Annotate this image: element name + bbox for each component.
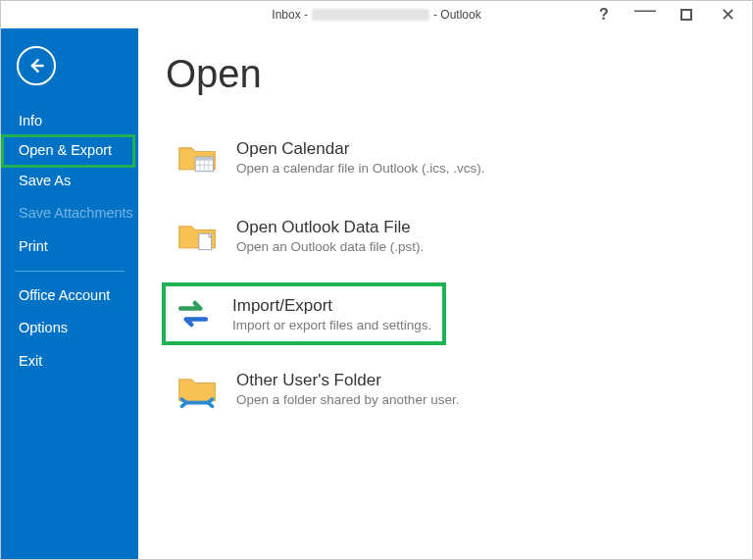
option-title: Open Calendar <box>236 139 485 159</box>
back-button[interactable] <box>17 46 56 85</box>
shared-folder-icon <box>176 367 219 410</box>
option-other-user-folder[interactable]: Other User's Folder Open a folder shared… <box>166 357 577 420</box>
option-title: Import/Export <box>232 296 431 316</box>
option-desc: Open a calendar file in Outlook (.ics, .… <box>236 161 485 176</box>
option-desc: Open an Outlook data file (.pst). <box>236 239 424 254</box>
sidebar-item-save-as[interactable]: Save As <box>1 165 138 197</box>
option-desc: Open a folder shared by another user. <box>236 392 459 407</box>
sidebar-item-save-attachments: Save Attachments <box>1 197 138 229</box>
arrow-left-icon <box>26 56 46 76</box>
maximize-button[interactable] <box>666 1 707 28</box>
calendar-folder-icon <box>176 135 219 178</box>
svg-rect-1 <box>195 157 213 161</box>
option-text: Import/Export Import or export files and… <box>232 296 431 332</box>
help-button[interactable]: ? <box>583 1 625 28</box>
option-text: Open Outlook Data File Open an Outlook d… <box>236 218 424 254</box>
sidebar-item-open-export[interactable]: Open & Export <box>1 134 135 167</box>
option-title: Other User's Folder <box>236 371 459 390</box>
window-title: Inbox - - Outlook <box>272 8 480 22</box>
option-text: Open Calendar Open a calendar file in Ou… <box>236 139 485 176</box>
window-controls: ? — ✕ <box>583 1 748 28</box>
option-desc: Import or export files and settings. <box>232 318 431 332</box>
sidebar-item-office-account[interactable]: Office Account <box>1 280 138 312</box>
sidebar-item-print[interactable]: Print <box>1 230 138 263</box>
outlook-file-backstage: Inbox - - Outlook ? — ✕ Info Open & Expo… <box>0 0 753 560</box>
title-bar: Inbox - - Outlook ? — ✕ <box>1 1 752 28</box>
sidebar-item-exit[interactable]: Exit <box>1 345 138 378</box>
option-title: Open Outlook Data File <box>236 218 424 237</box>
sidebar-item-info[interactable]: Info <box>1 105 138 137</box>
main-panel: Open Open Calendar <box>138 28 752 559</box>
import-export-icon <box>172 292 215 335</box>
option-open-calendar[interactable]: Open Calendar Open a calendar file in Ou… <box>166 126 577 188</box>
sidebar-item-options[interactable]: Options <box>1 312 138 344</box>
title-account-blurred <box>312 9 429 21</box>
title-prefix: Inbox - <box>272 8 308 22</box>
close-button[interactable]: ✕ <box>707 1 748 28</box>
page-title: Open <box>166 52 752 96</box>
option-text: Other User's Folder Open a folder shared… <box>236 371 459 407</box>
file-sidebar: Info Open & Export Save As Save Attachme… <box>1 28 138 559</box>
option-open-datafile[interactable]: Open Outlook Data File Open an Outlook d… <box>166 204 577 267</box>
datafile-folder-icon <box>176 214 219 257</box>
option-import-export[interactable]: Import/Export Import or export files and… <box>162 282 446 345</box>
sidebar-separator <box>15 271 125 272</box>
minimize-button[interactable]: — <box>625 1 666 28</box>
title-suffix: - Outlook <box>433 8 481 22</box>
